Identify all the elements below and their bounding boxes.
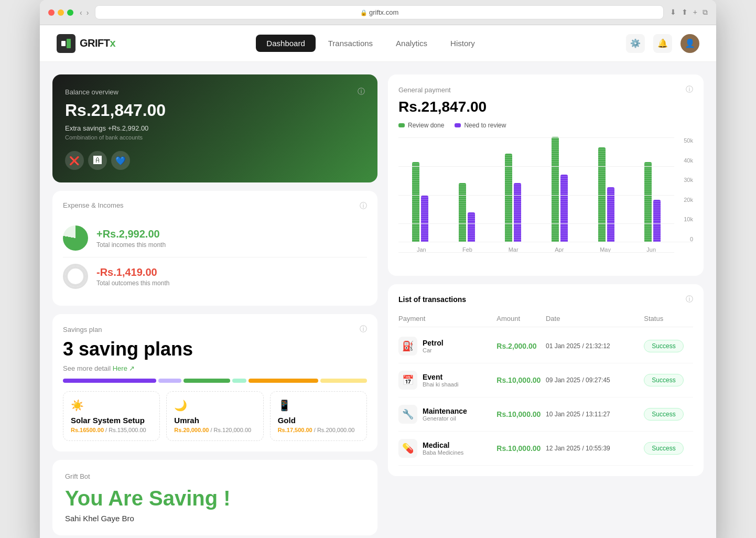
plan-umrah: 🌙 Umrah Rs.20,000.00 / Rs.120,000.00 — [166, 391, 263, 441]
progress-light-purple — [158, 379, 181, 383]
see-more: See more detail Here ↗ — [63, 364, 367, 372]
bar-green-feb — [459, 183, 466, 242]
bar-group-mar — [491, 154, 535, 242]
bar-green-apr — [552, 137, 559, 242]
url-text: griftx.com — [369, 8, 398, 16]
plan-umrah-progress: Rs.20,000.00 / Rs.120,000.00 — [174, 427, 255, 433]
plan-gold-progress: Rs.17,500.00 / Rs.200,000.00 — [278, 427, 359, 433]
t-payment-0: ⛽ Petrol Car — [398, 337, 496, 356]
t-category-0: Car — [423, 347, 444, 353]
status-badge-1: Success — [644, 374, 683, 386]
notifications-icon[interactable]: 🔔 — [653, 34, 672, 53]
t-amount-3: Rs.10,000.00 — [496, 444, 546, 453]
logo-icon — [57, 34, 75, 53]
bot-subtitle: Sahi Khel Gaye Bro — [65, 514, 365, 523]
expense-info-icon[interactable]: ⓘ — [360, 201, 367, 211]
t-amount-1: Rs.10,000.00 — [496, 376, 546, 384]
t-amount-0: Rs.2,000.00 — [496, 342, 546, 350]
savings-plans: ☀️ Solar System Setup Rs.16500.00 / Rs.1… — [63, 391, 367, 441]
tabs-icon[interactable]: ⧉ — [703, 8, 708, 17]
minimize-button[interactable] — [58, 9, 64, 16]
header-actions: ⚙️ 🔔 👤 — [626, 34, 699, 53]
back-icon[interactable]: ‹ — [80, 8, 82, 17]
settings-icon[interactable]: ⚙️ — [626, 34, 645, 53]
savings-info-icon[interactable]: ⓘ — [360, 325, 367, 334]
forward-icon[interactable]: › — [87, 8, 89, 17]
header: GRIFTx Dashboard Transactions Analytics … — [40, 25, 716, 62]
nav-transactions[interactable]: Transactions — [318, 35, 383, 52]
close-button[interactable] — [48, 9, 55, 16]
balance-info-icon[interactable]: ⓘ — [358, 87, 365, 96]
download-icon[interactable]: ⬇ — [670, 8, 676, 17]
th-date: Date — [546, 315, 644, 322]
payment-amount: Rs.21,847.00 — [398, 99, 693, 115]
th-status: Status — [644, 315, 693, 322]
expense-header: Expense & Incomes ⓘ — [63, 201, 367, 211]
balance-title: Balance overview ⓘ — [65, 87, 365, 96]
t-payment-2: 🔧 Maintenance Generator oil — [398, 405, 496, 424]
bank-icon-3: 💙 — [111, 151, 130, 170]
plan-solar-icon: ☀️ — [71, 399, 152, 412]
bar-group-may — [585, 147, 628, 242]
balance-savings: Extra savings +Rs.2,992.00 — [65, 124, 365, 132]
t-status-3: Success — [644, 442, 693, 455]
t-date-2: 10 Jan 2025 / 13:11:27 — [546, 411, 644, 418]
nav-history[interactable]: History — [440, 35, 485, 52]
logo: GRIFTx — [57, 34, 115, 53]
x-label-jan: Jan — [398, 246, 445, 253]
bars-area — [398, 137, 693, 242]
savings-title: Savings plan — [63, 326, 102, 333]
maximize-button[interactable] — [67, 9, 73, 16]
x-label-jun: Jun — [628, 246, 674, 253]
x-label-apr: Apr — [536, 246, 582, 253]
t-category-1: Bhai ki shaadi — [423, 381, 459, 388]
bar-green-mar — [505, 154, 512, 242]
t-status-0: Success — [644, 340, 693, 352]
bank-icon-1: ❌ — [65, 151, 84, 170]
bar-group-jan — [398, 162, 442, 242]
bar-purple-apr — [560, 175, 568, 242]
plan-solar-progress: Rs.16500.00 / Rs.135,000.00 — [71, 427, 152, 433]
bar-green-jan — [412, 162, 419, 242]
t-icon-3: 💊 — [398, 439, 417, 458]
savings-card: Savings plan ⓘ 3 saving plans See more d… — [52, 314, 377, 451]
th-amount: Amount — [496, 315, 546, 322]
plan-gold-name: Gold — [278, 416, 359, 425]
table-header: Payment Amount Date Status — [398, 310, 693, 327]
app-container: GRIFTx Dashboard Transactions Analytics … — [40, 25, 716, 538]
table-row: 🔧 Maintenance Generator oil Rs.10,000.00… — [398, 397, 693, 432]
t-amount-2: Rs.10,000.00 — [496, 410, 546, 418]
income-details: +Rs.2,992.00 Total incomes this month — [96, 228, 367, 249]
t-date-3: 12 Jan 2025 / 10:55:39 — [546, 445, 644, 452]
address-bar[interactable]: 🔒 griftx.com — [95, 5, 663, 19]
legend-need-review: Need to review — [455, 122, 506, 129]
nav-dashboard[interactable]: Dashboard — [256, 35, 315, 52]
svg-rect-0 — [61, 41, 66, 46]
legend-review-done: Review done — [398, 122, 444, 129]
transactions-info-icon[interactable]: ⓘ — [686, 295, 693, 304]
balance-card: Balance overview ⓘ Rs.21,847.00 Extra sa… — [52, 74, 377, 182]
bar-group-jun — [631, 162, 674, 242]
see-more-link[interactable]: Here ↗ — [113, 364, 135, 372]
plan-solar: ☀️ Solar System Setup Rs.16500.00 / Rs.1… — [63, 391, 160, 441]
share-icon[interactable]: ⬆ — [682, 8, 688, 17]
nav-analytics[interactable]: Analytics — [385, 35, 438, 52]
t-category-2: Generator oil — [423, 415, 467, 422]
payment-info-icon[interactable]: ⓘ — [686, 85, 693, 94]
income-item: +Rs.2,992.00 Total incomes this month — [63, 219, 367, 257]
avatar[interactable]: 👤 — [681, 34, 699, 53]
browser-window: ‹ › 🔒 griftx.com ⬇ ⬆ + ⧉ GRIFT — [40, 0, 716, 538]
t-icon-1: 📅 — [398, 371, 417, 390]
bot-label: Grift Bot — [65, 472, 365, 480]
bar-purple-feb — [468, 212, 475, 242]
bar-purple-may — [607, 187, 614, 242]
table-row: ⛽ Petrol Car Rs.2,000.00 01 Jan 2025 / 2… — [398, 329, 693, 363]
bot-message: You Are Saving ! — [65, 487, 365, 510]
t-date-0: 01 Jan 2025 / 21:32:12 — [546, 342, 644, 350]
legend-green-dot — [398, 123, 405, 127]
add-tab-icon[interactable]: + — [693, 8, 697, 17]
t-name-1: Event — [423, 373, 459, 381]
svg-rect-1 — [67, 39, 71, 48]
left-column: Balance overview ⓘ Rs.21,847.00 Extra sa… — [52, 74, 377, 535]
plan-umrah-icon: 🌙 — [174, 399, 255, 412]
